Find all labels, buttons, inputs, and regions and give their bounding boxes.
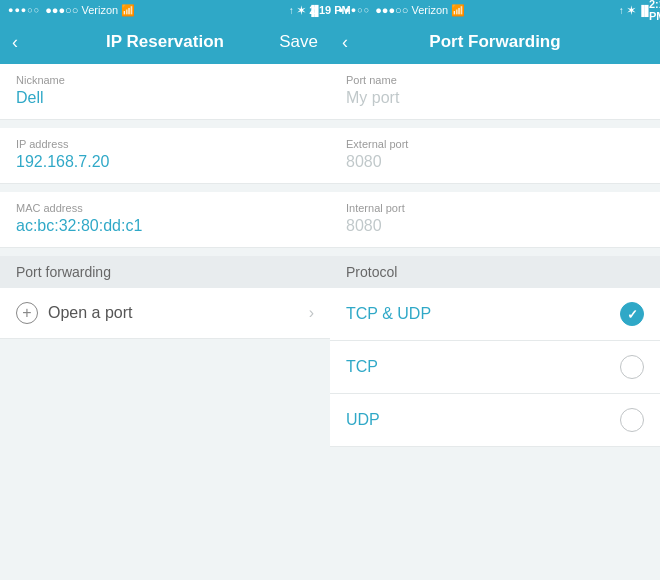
bluetooth-icon-left: ✶ (297, 5, 305, 16)
mac-address-field[interactable]: MAC address ac:bc:32:80:dd:c1 (0, 192, 330, 248)
time-right: 2:19 PM (649, 0, 660, 22)
nickname-label: Nickname (16, 74, 314, 86)
divider-1 (0, 120, 330, 128)
external-port-placeholder: 8080 (346, 153, 644, 171)
external-port-field[interactable]: External port 8080 (330, 128, 660, 184)
wifi-icon-left: 📶 (121, 4, 135, 17)
status-bar-left: ●●●○○ ●●●○○ Verizon 📶 2:19 PM ↑ ✶ ▐▌ (0, 0, 330, 20)
status-bar-carrier-right: ●●●○○ ●●●○○ Verizon 📶 (338, 4, 465, 17)
open-port-item[interactable]: + Open a port › (0, 288, 330, 339)
time-left: 2:19 PM (309, 4, 330, 16)
nav-title-left: IP Reservation (106, 32, 224, 52)
divider-4 (0, 339, 330, 347)
nav-bar-right: ‹ Port Forwarding (330, 20, 660, 64)
port-name-label: Port name (346, 74, 644, 86)
carrier-label-right: ●●●○○ Verizon (375, 4, 448, 16)
arrow-icon-left: ↑ (289, 5, 294, 16)
nickname-value: Dell (16, 89, 314, 107)
signal-dots-left: ●●●○○ (8, 5, 40, 15)
external-port-label: External port (346, 138, 644, 150)
status-bar-right: ●●●○○ ●●●○○ Verizon 📶 2:19 PM ↑ ✶ ▐▌ (330, 0, 660, 20)
arrow-icon-right: ↑ (619, 5, 624, 16)
internal-port-label: Internal port (346, 202, 644, 214)
back-button-left[interactable]: ‹ (12, 32, 18, 53)
nav-bar-left: ‹ IP Reservation Save (0, 20, 330, 64)
bluetooth-icon-right: ✶ (627, 5, 635, 16)
radio-tcp (620, 355, 644, 379)
radio-check-icon: ✓ (627, 307, 638, 322)
plus-circle-icon: + (16, 302, 38, 324)
divider-3 (0, 248, 330, 256)
save-button[interactable]: Save (279, 32, 318, 52)
internal-port-placeholder: 8080 (346, 217, 644, 235)
protocol-udp-label: UDP (346, 411, 380, 429)
mac-address-label: MAC address (16, 202, 314, 214)
status-bar-icons-right: ↑ ✶ ▐▌ (619, 5, 652, 16)
internal-port-field[interactable]: Internal port 8080 (330, 192, 660, 248)
radio-udp (620, 408, 644, 432)
right-content: Port name My port External port 8080 Int… (330, 64, 660, 580)
left-content: Nickname Dell IP address 192.168.7.20 MA… (0, 64, 330, 580)
ip-address-field[interactable]: IP address 192.168.7.20 (0, 128, 330, 184)
protocol-tcp-udp[interactable]: TCP & UDP ✓ (330, 288, 660, 341)
divider-r2 (330, 184, 660, 192)
divider-2 (0, 184, 330, 192)
protocol-udp[interactable]: UDP (330, 394, 660, 447)
chevron-right-icon: › (309, 304, 314, 322)
open-port-label: Open a port (48, 304, 133, 322)
radio-tcp-udp: ✓ (620, 302, 644, 326)
protocol-tcp-label: TCP (346, 358, 378, 376)
port-forwarding-section-header: Port forwarding (0, 256, 330, 288)
divider-r4 (330, 447, 660, 455)
protocol-tcp-udp-label: TCP & UDP (346, 305, 431, 323)
carrier-label-left: ●●●○○ Verizon (45, 4, 118, 16)
open-port-left: + Open a port (16, 302, 133, 324)
nav-title-right: Port Forwarding (429, 32, 560, 52)
protocol-section-header: Protocol (330, 256, 660, 288)
protocol-tcp[interactable]: TCP (330, 341, 660, 394)
divider-r1 (330, 120, 660, 128)
status-bar-carrier-left: ●●●○○ ●●●○○ Verizon 📶 (8, 4, 135, 17)
ip-address-value: 192.168.7.20 (16, 153, 314, 171)
port-forwarding-screen: ●●●○○ ●●●○○ Verizon 📶 2:19 PM ↑ ✶ ▐▌ ‹ P… (330, 0, 660, 580)
ip-address-label: IP address (16, 138, 314, 150)
ip-reservation-screen: ●●●○○ ●●●○○ Verizon 📶 2:19 PM ↑ ✶ ▐▌ ‹ I… (0, 0, 330, 580)
wifi-icon-right: 📶 (451, 4, 465, 17)
back-button-right[interactable]: ‹ (342, 32, 348, 53)
nickname-field[interactable]: Nickname Dell (0, 64, 330, 120)
divider-r3 (330, 248, 660, 256)
port-name-placeholder: My port (346, 89, 644, 107)
mac-address-value: ac:bc:32:80:dd:c1 (16, 217, 314, 235)
port-name-field[interactable]: Port name My port (330, 64, 660, 120)
